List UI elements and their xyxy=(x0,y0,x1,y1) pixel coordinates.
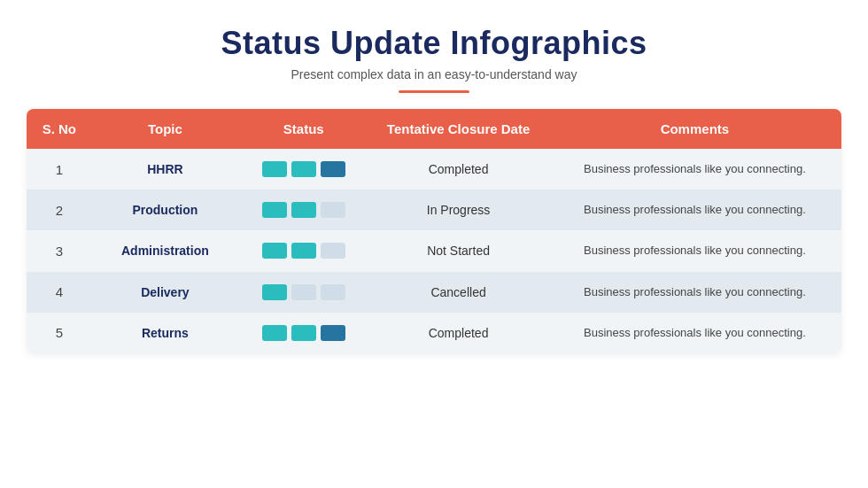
table-row: 1HHRRCompletedBusiness professionals lik… xyxy=(27,149,841,190)
status-bar xyxy=(291,284,316,300)
cell-sno: 5 xyxy=(27,313,92,353)
status-bars xyxy=(247,202,360,218)
status-bar xyxy=(321,284,345,300)
status-bar xyxy=(291,161,316,177)
cell-topic: Delivery xyxy=(92,272,239,313)
topic-label: Administration xyxy=(121,244,209,258)
table-row: 2ProductionIn ProgressBusiness professio… xyxy=(27,190,841,230)
cell-topic: Administration xyxy=(92,230,239,271)
status-bar xyxy=(262,243,287,259)
status-bars xyxy=(247,161,360,177)
status-bar xyxy=(291,325,316,341)
cell-closure: Not Started xyxy=(368,230,547,271)
status-bar xyxy=(321,202,345,218)
status-bar xyxy=(321,325,345,341)
status-bar xyxy=(291,243,316,259)
status-bars xyxy=(247,243,360,259)
status-bar xyxy=(321,243,345,259)
cell-topic: Production xyxy=(92,190,239,230)
table-row: 3AdministrationNot StartedBusiness profe… xyxy=(27,230,841,271)
cell-status xyxy=(238,313,368,353)
topic-label: HHRR xyxy=(147,162,182,176)
col-header-comments: Comments xyxy=(548,109,841,149)
topic-label: Production xyxy=(132,203,198,217)
topic-label: Delivery xyxy=(141,285,189,299)
cell-sno: 3 xyxy=(27,230,92,271)
status-bar xyxy=(262,325,287,341)
status-bars xyxy=(247,284,360,300)
col-header-topic: Topic xyxy=(92,109,239,149)
cell-status xyxy=(238,272,368,313)
table-row: 4DeliveryCancelledBusiness professionals… xyxy=(27,272,841,313)
cell-closure: Completed xyxy=(368,313,547,353)
status-table-wrap: S. No Topic Status Tentative Closure Dat… xyxy=(27,109,841,353)
title-divider xyxy=(399,90,469,93)
cell-comments: Business professionals like you connecti… xyxy=(548,313,841,353)
cell-comments: Business professionals like you connecti… xyxy=(548,230,841,271)
status-bar xyxy=(321,161,345,177)
col-header-sno: S. No xyxy=(27,109,92,149)
col-header-status: Status xyxy=(238,109,368,149)
page-title: Status Update Infographics xyxy=(221,25,647,62)
cell-status xyxy=(238,149,368,190)
status-bars xyxy=(247,325,360,341)
table-row: 5ReturnsCompletedBusiness professionals … xyxy=(27,313,841,353)
cell-closure: In Progress xyxy=(368,190,547,230)
cell-topic: Returns xyxy=(92,313,239,353)
cell-sno: 1 xyxy=(27,149,92,190)
status-bar xyxy=(291,202,316,218)
cell-comments: Business professionals like you connecti… xyxy=(548,149,841,190)
page-subtitle: Present complex data in an easy-to-under… xyxy=(291,67,577,81)
cell-closure: Completed xyxy=(368,149,547,190)
cell-sno: 2 xyxy=(27,190,92,230)
cell-comments: Business professionals like you connecti… xyxy=(548,272,841,313)
cell-status xyxy=(238,190,368,230)
cell-comments: Business professionals like you connecti… xyxy=(548,190,841,230)
cell-sno: 4 xyxy=(27,272,92,313)
status-table: S. No Topic Status Tentative Closure Dat… xyxy=(27,109,841,353)
status-bar xyxy=(262,284,287,300)
col-header-closure: Tentative Closure Date xyxy=(368,109,547,149)
topic-label: Returns xyxy=(142,326,189,340)
cell-status xyxy=(238,230,368,271)
cell-closure: Cancelled xyxy=(368,272,547,313)
status-bar xyxy=(262,161,287,177)
status-bar xyxy=(262,202,287,218)
table-header-row: S. No Topic Status Tentative Closure Dat… xyxy=(27,109,841,149)
cell-topic: HHRR xyxy=(92,149,239,190)
